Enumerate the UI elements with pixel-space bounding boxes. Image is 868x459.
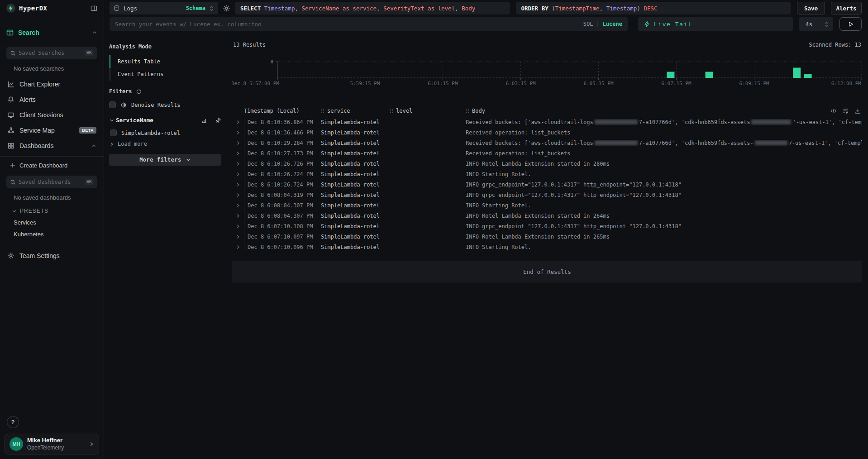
histogram-bar[interactable] xyxy=(667,72,674,78)
expand-row-button[interactable] xyxy=(232,141,244,145)
expand-row-button[interactable] xyxy=(232,224,244,229)
bar-chart-icon xyxy=(201,117,207,124)
expand-row-button[interactable] xyxy=(232,182,244,187)
save-button[interactable]: Save xyxy=(797,2,825,14)
expand-row-button[interactable] xyxy=(232,162,244,166)
cell-timestamp: Dec 8 6:10:36.864 PM xyxy=(244,117,321,127)
event-search-input[interactable] xyxy=(115,21,583,28)
histogram-bar[interactable] xyxy=(804,74,812,78)
table-row[interactable]: Dec 8 6:08:04.307 PMSimpleLambda-rotelIN… xyxy=(232,200,862,210)
select-statement-input[interactable]: SELECT Timestamp, ServiceName as service… xyxy=(235,2,510,14)
user-menu[interactable]: MH Mike Heffner OpenTelemetry xyxy=(5,434,99,454)
sql-token: Timestamp xyxy=(603,5,637,12)
download-button[interactable] xyxy=(854,108,861,114)
expand-row-button[interactable] xyxy=(232,245,244,249)
histogram-chart[interactable]: Dec 8 5:57:00 PM5:59:15 PM6:01:15 PM6:03… xyxy=(232,58,862,87)
sidebar-item-client-sessions[interactable]: Client Sessions xyxy=(0,107,104,123)
source-select[interactable]: Logs Schema xyxy=(110,2,218,14)
facet-value-checkbox[interactable] xyxy=(110,129,117,136)
histogram-bar[interactable] xyxy=(706,72,713,78)
collapse-sidebar-icon[interactable] xyxy=(91,5,97,12)
expand-row-button[interactable] xyxy=(232,234,244,239)
code-icon xyxy=(830,108,837,114)
sidebar-item-label: Service Map xyxy=(19,127,55,134)
sidebar-item-search[interactable]: Search xyxy=(0,26,104,41)
table-row[interactable]: Dec 8 6:10:27.173 PMSimpleLambda-rotelRe… xyxy=(232,148,862,158)
facet-pin-button[interactable] xyxy=(215,117,221,124)
table-row[interactable]: Dec 8 6:10:26.724 PMSimpleLambda-rotelIN… xyxy=(232,179,862,190)
sidebar-item-kubernetes[interactable]: Kubernetes xyxy=(14,231,97,238)
facet-chart-button[interactable] xyxy=(201,117,207,124)
chevron-down-icon xyxy=(109,118,114,123)
sidebar-item-service-map[interactable]: Service Map BETA xyxy=(0,123,104,138)
saved-dashboards-field[interactable] xyxy=(19,179,82,185)
table-row[interactable]: Dec 8 6:10:26.724 PMSimpleLambda-rotelIN… xyxy=(232,169,862,179)
alerts-button[interactable]: Alerts xyxy=(831,2,862,14)
column-header-service[interactable]: service xyxy=(321,108,390,114)
chevron-up-icon[interactable] xyxy=(91,143,96,148)
table-row[interactable]: Dec 8 6:10:36.864 PMSimpleLambda-rotelRe… xyxy=(232,117,862,127)
table-row[interactable]: Dec 8 6:10:36.466 PMSimpleLambda-rotelRe… xyxy=(232,127,862,138)
sidebar-item-chart-explorer[interactable]: Chart Explorer xyxy=(0,76,104,92)
denoise-checkbox[interactable] xyxy=(109,101,116,108)
expand-row-button[interactable] xyxy=(232,214,244,218)
search-grid-icon xyxy=(6,29,14,36)
chevron-right-icon xyxy=(236,214,240,218)
results-histogram[interactable]: Dec 8 5:57:00 PM5:59:15 PM6:01:15 PM6:03… xyxy=(232,58,862,87)
expand-row-button[interactable] xyxy=(232,130,244,135)
sidebar-item-dashboards[interactable]: Dashboards xyxy=(0,138,104,153)
svg-text:6:01:15 PM: 6:01:15 PM xyxy=(428,81,458,86)
expand-row-button[interactable] xyxy=(232,172,244,177)
saved-searches-field[interactable] xyxy=(19,50,82,56)
chevron-down-icon xyxy=(186,157,191,163)
expand-row-button[interactable] xyxy=(232,151,244,156)
sidebar-item-services[interactable]: Services xyxy=(14,219,97,226)
source-code-button[interactable] xyxy=(830,108,837,114)
cell-service: SimpleLambda-rotel xyxy=(321,182,390,188)
load-more-button[interactable]: Load more xyxy=(109,141,221,147)
create-dashboard-button[interactable]: Create Dashboard xyxy=(0,158,104,172)
chevron-up-icon[interactable] xyxy=(92,30,97,35)
table-row[interactable]: Dec 8 6:07:10.097 PMSimpleLambda-rotelIN… xyxy=(232,231,862,242)
expand-row-button[interactable] xyxy=(232,203,244,208)
facet-group-servicename[interactable]: ServiceName xyxy=(109,117,221,124)
mode-event-patterns[interactable]: Event Patterns xyxy=(110,68,221,81)
expand-row-button[interactable] xyxy=(232,193,244,197)
sidebar-item-team-settings[interactable]: Team Settings xyxy=(0,248,104,263)
wrap-lines-button[interactable] xyxy=(842,108,849,114)
source-settings-button[interactable] xyxy=(223,5,230,12)
cell-service: SimpleLambda-rotel xyxy=(321,234,390,240)
order-by-input[interactable]: ORDER BY (TimestampTime, Timestamp) DESC xyxy=(516,2,791,14)
column-header-level[interactable]: level xyxy=(390,108,466,114)
saved-dashboards-input[interactable]: ⌘K xyxy=(6,176,97,188)
mode-results-table[interactable]: Results Table xyxy=(110,55,221,68)
lucene-mode-button[interactable]: Lucene xyxy=(603,21,622,27)
presets-toggle[interactable]: PRESETS xyxy=(12,208,97,214)
drag-handle-icon[interactable] xyxy=(321,108,324,114)
column-header-timestamp[interactable]: Timestamp (Local) xyxy=(244,108,321,114)
sidebar-item-alerts[interactable]: Alerts xyxy=(0,92,104,107)
cell-timestamp: Dec 8 6:10:26.726 PM xyxy=(244,158,321,169)
table-row[interactable]: Dec 8 6:10:26.726 PMSimpleLambda-rotelIN… xyxy=(232,158,862,169)
table-row[interactable]: Dec 8 6:08:04.319 PMSimpleLambda-rotelIN… xyxy=(232,190,862,200)
sql-mode-button[interactable]: SQL xyxy=(583,21,593,27)
refresh-icon[interactable] xyxy=(136,89,142,95)
table-row[interactable]: Dec 8 6:07:10.108 PMSimpleLambda-rotelIN… xyxy=(232,221,862,231)
expand-row-button[interactable] xyxy=(232,120,244,124)
drag-handle-icon[interactable] xyxy=(466,108,469,114)
saved-searches-input[interactable]: ⌘K xyxy=(6,47,97,59)
refresh-interval-select[interactable]: 4s xyxy=(799,17,833,31)
table-row[interactable]: Dec 8 6:08:04.307 PMSimpleLambda-rotelIN… xyxy=(232,210,862,221)
facet-value-row[interactable]: SimpleLambda-rotel xyxy=(109,129,221,136)
event-search-box[interactable]: SQL | Lucene xyxy=(110,17,628,31)
live-tail-button[interactable]: Live Tail xyxy=(638,17,793,31)
table-row[interactable]: Dec 8 6:10:29.284 PMSimpleLambda-rotelRe… xyxy=(232,138,862,148)
denoise-results-option[interactable]: Denoise Results xyxy=(109,101,221,108)
column-header-body[interactable]: Body xyxy=(466,108,862,114)
drag-handle-icon[interactable] xyxy=(390,108,393,114)
run-query-button[interactable] xyxy=(839,17,862,31)
histogram-bar[interactable] xyxy=(793,68,801,78)
table-row[interactable]: Dec 8 6:07:10.096 PMSimpleLambda-rotelIN… xyxy=(232,242,862,252)
more-filters-button[interactable]: More filters xyxy=(109,154,221,166)
help-button[interactable]: ? xyxy=(7,416,19,428)
